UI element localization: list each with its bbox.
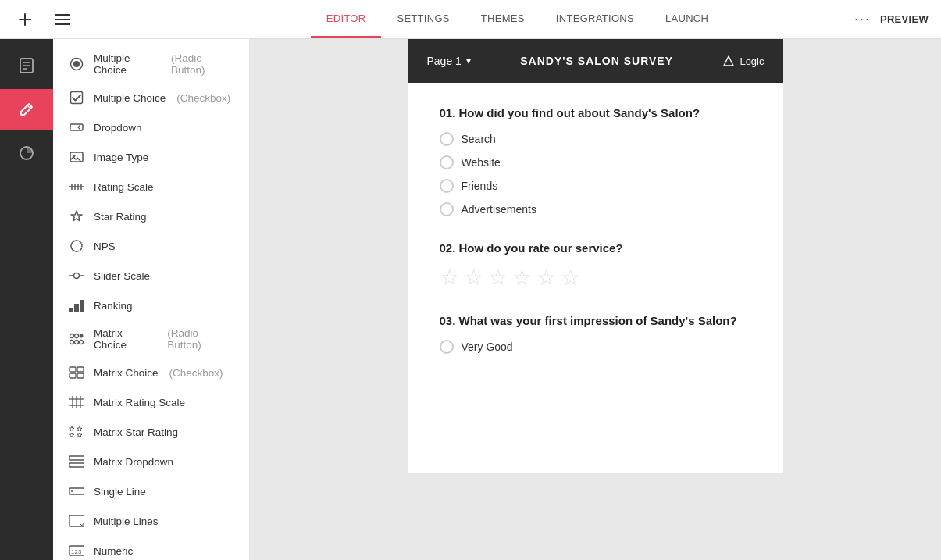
svg-rect-33 [70, 367, 76, 372]
star-3[interactable]: ☆ [488, 267, 508, 289]
svg-point-27 [70, 334, 74, 338]
preview-button[interactable]: PREVIEW [880, 13, 929, 25]
svg-point-31 [80, 334, 84, 338]
tab-themes[interactable]: THEMES [465, 0, 540, 38]
field-image-type[interactable]: Image Type [53, 142, 249, 172]
menu-button[interactable] [50, 7, 75, 32]
dropdown-icon [69, 119, 84, 135]
star-icon [69, 209, 84, 224]
top-nav: EDITOR SETTINGS THEMES INTEGRATIONS LAUN… [0, 0, 941, 39]
question-3: 03. What was your first impression of Sa… [440, 314, 752, 354]
question-2-text: 02. How do you rate our service? [440, 241, 752, 255]
multiple-lines-icon [69, 513, 84, 529]
star-6[interactable]: ☆ [561, 267, 580, 289]
svg-point-28 [75, 334, 79, 338]
star-5[interactable]: ☆ [536, 267, 556, 289]
page-label: Page 1 [427, 55, 462, 67]
option-website: Website [440, 155, 752, 169]
sidebar-item-edit[interactable] [0, 89, 53, 130]
main-layout: Multiple Choice (Radio Button) Multiple … [0, 39, 941, 560]
tab-launch[interactable]: LAUNCH [650, 0, 724, 38]
svg-point-30 [75, 341, 79, 344]
top-nav-left [0, 7, 250, 32]
logic-label: Logic [740, 55, 764, 67]
add-button[interactable] [12, 7, 37, 32]
question-1-options: Search Website Friends Advertisemen [440, 132, 752, 216]
svg-rect-36 [77, 373, 84, 378]
content-area: Page 1 ▾ SANDY'S SALON SURVEY Logic 01. … [250, 39, 941, 560]
field-dropdown[interactable]: Dropdown [53, 112, 249, 142]
field-matrix-dropdown[interactable]: Matrix Dropdown [53, 447, 249, 476]
svg-rect-46 [69, 515, 84, 526]
more-options-button[interactable]: ··· [854, 11, 871, 27]
field-ranking[interactable]: Ranking [53, 291, 249, 320]
svg-text:123: 123 [71, 548, 82, 555]
svg-point-23 [74, 273, 80, 279]
field-matrix-rating-scale[interactable]: Matrix Rating Scale [53, 387, 249, 417]
svg-rect-24 [69, 308, 73, 312]
page-chevron: ▾ [466, 55, 471, 66]
question-1: 01. How did you find out about Sandy's S… [440, 106, 752, 216]
radio-circle [440, 155, 454, 169]
icon-sidebar [0, 39, 53, 560]
field-single-line[interactable]: Single Line [53, 476, 249, 506]
svg-point-12 [73, 61, 80, 67]
sidebar-item-chart[interactable] [0, 133, 53, 173]
slider-icon [69, 268, 84, 284]
field-slider-scale[interactable]: Slider Scale [53, 261, 249, 291]
option-very-good: Very Good [440, 340, 752, 354]
radio-icon [69, 56, 84, 72]
star-4[interactable]: ☆ [512, 267, 532, 289]
logic-button[interactable]: Logic [722, 55, 764, 67]
star-1[interactable]: ☆ [440, 267, 459, 289]
svg-rect-35 [70, 373, 76, 378]
svg-rect-26 [80, 300, 84, 312]
numeric-icon: 123 [69, 543, 84, 558]
svg-rect-42 [69, 456, 84, 460]
field-matrix-star-rating[interactable]: Matrix Star Rating [53, 417, 249, 447]
field-multiple-choice-radio[interactable]: Multiple Choice (Radio Button) [53, 45, 249, 83]
radio-circle [440, 202, 454, 216]
svg-rect-14 [70, 124, 83, 130]
matrix-rating-icon [69, 394, 84, 410]
svg-rect-34 [77, 367, 84, 372]
svg-point-29 [70, 341, 74, 344]
tab-integrations[interactable]: INTEGRATIONS [540, 0, 650, 38]
top-nav-tabs: EDITOR SETTINGS THEMES INTEGRATIONS LAUN… [250, 0, 785, 38]
field-matrix-checkbox[interactable]: Matrix Choice (Checkbox) [53, 358, 249, 387]
radio-circle [440, 179, 454, 193]
tab-editor[interactable]: EDITOR [311, 0, 382, 38]
matrix-radio-icon [69, 331, 84, 347]
field-nps[interactable]: NPS [53, 231, 249, 261]
radio-circle [440, 132, 454, 146]
svg-rect-25 [74, 304, 79, 312]
star-rating-row[interactable]: ☆ ☆ ☆ ☆ ☆ ☆ [440, 267, 752, 289]
star-2[interactable]: ☆ [464, 267, 483, 289]
nps-icon [69, 238, 84, 254]
survey-title: SANDY'S SALON SURVEY [520, 55, 673, 67]
field-multiple-choice-checkbox[interactable]: Multiple Choice (Checkbox) [53, 83, 249, 112]
svg-rect-15 [70, 152, 83, 162]
sidebar-item-document[interactable] [0, 45, 53, 86]
svg-rect-43 [69, 463, 84, 467]
option-friends: Friends [440, 179, 752, 193]
ranking-icon [69, 298, 84, 313]
matrix-dropdown-icon [69, 454, 84, 469]
image-icon [69, 149, 84, 165]
tab-settings[interactable]: SETTINGS [381, 0, 465, 38]
matrix-star-icon [69, 424, 84, 440]
field-star-rating[interactable]: Star Rating [53, 202, 249, 231]
field-numeric[interactable]: 123 Numeric [53, 536, 249, 560]
single-line-icon [69, 483, 84, 499]
radio-circle [440, 340, 454, 354]
rating-scale-icon [69, 179, 84, 194]
svg-point-32 [80, 341, 84, 344]
question-2: 02. How do you rate our service? ☆ ☆ ☆ ☆… [440, 241, 752, 289]
field-matrix-radio[interactable]: Matrix Choice (Radio Button) [53, 320, 249, 358]
field-multiple-lines[interactable]: Multiple Lines [53, 506, 249, 536]
field-rating-scale[interactable]: Rating Scale [53, 172, 249, 202]
page-selector[interactable]: Page 1 ▾ [427, 55, 471, 67]
option-search: Search [440, 132, 752, 146]
top-nav-right: ··· PREVIEW [785, 11, 941, 27]
question-3-text: 03. What was your first impression of Sa… [440, 314, 752, 327]
